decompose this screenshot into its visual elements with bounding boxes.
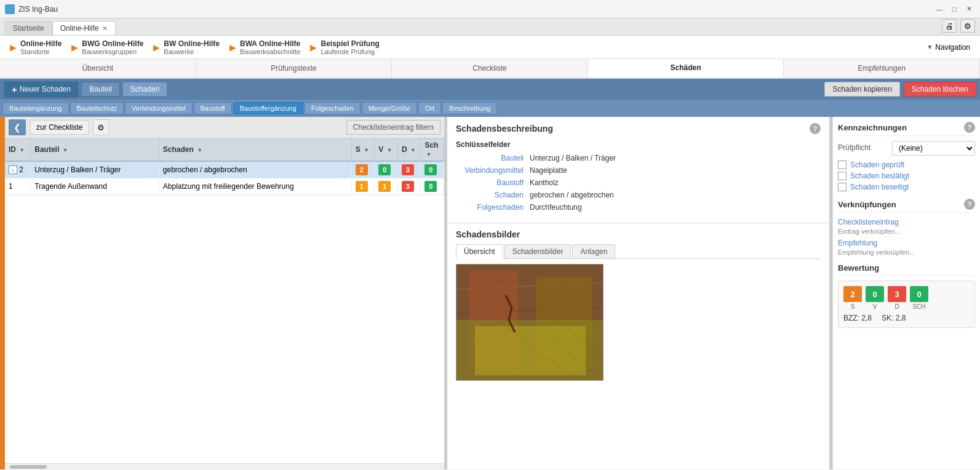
schaden-loschen-button[interactable]: Schaden löschen (904, 82, 976, 97)
bewertung-values-row: 2 S 0 V 3 D 0 SCH (843, 286, 970, 310)
th-s[interactable]: S ▼ (351, 138, 375, 161)
bewertung-sch: 0 SCH (910, 286, 928, 310)
breadcrumb-arrow-5: ▶ (310, 42, 317, 52)
checkbox-beseitigt[interactable] (838, 183, 847, 191)
cell-bauteil: Unterzug / Balken / Träger (31, 161, 159, 178)
horizontal-scrollbar[interactable] (5, 463, 444, 469)
cell-sch: 0 (421, 161, 444, 178)
th-sch[interactable]: Sch ▼ (421, 138, 444, 161)
th-d[interactable]: D ▼ (397, 138, 421, 161)
subtab-bauteilschutz[interactable]: Bauteilschutz (70, 102, 124, 114)
bewertung-v: 0 V (866, 286, 884, 310)
checkbox-bestatigt[interactable] (838, 172, 847, 180)
checkbox-beseitigt-label: Schaden beseitigt (850, 183, 909, 191)
section-tabs: Übersicht Prüfungstexte Checkliste Schäd… (0, 59, 980, 79)
sub-tabs: Bauteilergänzung Bauteilschutz Verbindun… (0, 100, 980, 117)
bewertung-s-badge: 2 (843, 286, 862, 302)
subtab-folgeschaden[interactable]: Folgeschaden (305, 102, 361, 114)
section-tab-checkliste[interactable]: Checkliste (392, 59, 588, 78)
image-tab-ubersicht[interactable]: Übersicht (456, 244, 503, 259)
schadensbeschreibung-section: Schadensbeschreibung ? Schlüsselfelder B… (447, 117, 829, 223)
image-tab-schadensbilder[interactable]: Schadensbilder (504, 244, 572, 258)
schaden-image (456, 264, 604, 381)
cell-id: 1 (5, 178, 31, 195)
bewertung-s: 2 S (843, 286, 862, 310)
th-bauteil[interactable]: Bauteil ▼ (31, 138, 159, 161)
bauteil-button[interactable]: Bauteil (81, 82, 120, 97)
breadcrumb-item-4[interactable]: ▶ BWA Online-Hilfe Bauwerksabschnitte (225, 39, 305, 55)
cell-d: 3 (397, 178, 421, 195)
help-icon[interactable]: ? (810, 123, 821, 134)
tab-online-hilfe[interactable]: Online-Hilfe ✕ (52, 21, 116, 35)
th-v[interactable]: V ▼ (375, 138, 398, 161)
bewertung-d: 3 D (888, 286, 906, 310)
section-tab-schaden[interactable]: Schäden (588, 59, 784, 78)
table-row[interactable]: 1 Tragende Außenwand Abplatzung mit frei… (5, 178, 444, 195)
zur-checkliste-button[interactable]: zur Checkliste (30, 120, 89, 135)
bewertung-d-badge: 3 (888, 286, 906, 302)
schaden-kopieren-button[interactable]: Schaden kopieren (824, 82, 900, 97)
subtab-ort[interactable]: Ort (418, 102, 441, 114)
schaden-button[interactable]: Schaden (122, 82, 167, 97)
subtab-verbindungsmittel[interactable]: Verbindungsmittel (125, 102, 192, 114)
schadensbilder-section: Schadensbilder Übersicht Schadensbilder … (447, 223, 829, 387)
section-tab-prufungstexte[interactable]: Prüfungstexte (196, 59, 392, 78)
kennzeichnungen-section: Kennzeichnungen ? Prüfpflicht (Keine) Sc… (838, 122, 975, 191)
field-bauteil: Bauteil Unterzug / Balken / Träger (456, 154, 821, 162)
th-schaden[interactable]: Schaden ▼ (159, 138, 351, 161)
subtab-beschreibung[interactable]: Beschreibung (442, 102, 497, 114)
expand-icon[interactable]: › (9, 165, 17, 174)
breadcrumb-item-3[interactable]: ▶ BW Online-Hilfe Bauwerke (148, 39, 225, 55)
breadcrumb-item-5[interactable]: ▶ Beispiel Prüfung Laufende Prüfung (305, 39, 384, 55)
cell-expand[interactable]: › 2 (5, 161, 31, 178)
tab-close-icon[interactable]: ✕ (102, 25, 108, 33)
breadcrumb-arrow-1: ▶ (10, 42, 17, 52)
close-button[interactable]: ✕ (963, 3, 975, 15)
breadcrumb: ▶ Online-Hilfe Standorte ▶ BWG Online-Hi… (0, 36, 980, 59)
field-folgeschaden: Folgeschaden Durchfeuchtung (456, 203, 821, 212)
maximize-button[interactable]: □ (948, 3, 960, 15)
gear-settings-button[interactable]: ⚙ (93, 119, 109, 135)
checkbox-gepruft[interactable] (838, 161, 847, 169)
kennzeichnungen-help-icon[interactable]: ? (964, 122, 975, 133)
back-button[interactable]: ❮ (9, 119, 26, 135)
table-row[interactable]: › 2 Unterzug / Balken / Träger gebrochen… (5, 161, 444, 178)
new-schaden-button[interactable]: + Neuer Schaden (4, 81, 79, 98)
orange-indicator-bar (0, 117, 5, 469)
subtab-baustofferganzung[interactable]: Baustoffergänzung (233, 102, 303, 114)
tab-startseite[interactable]: Startseite (5, 21, 52, 35)
verknupfungen-help-icon[interactable]: ? (964, 199, 975, 210)
section-tab-empfehlungen[interactable]: Empfehlungen (784, 59, 980, 78)
print-button[interactable]: 🖨 (942, 19, 957, 33)
schadensbeschreibung-title: Schadensbeschreibung ? (456, 123, 821, 134)
table-wrapper[interactable]: ID ▼ Bauteil ▼ Schaden ▼ S ▼ V ▼ D ▼ Sch… (5, 138, 444, 463)
subtab-menge-grosse[interactable]: Menge/Größe (362, 102, 417, 114)
pruefpflicht-select[interactable]: (Keine) (892, 141, 975, 156)
left-panel-header: ❮ zur Checkliste ⚙ Checklisteneintrag fi… (5, 117, 444, 138)
table-header: ID ▼ Bauteil ▼ Schaden ▼ S ▼ V ▼ D ▼ Sch… (5, 138, 444, 161)
tab-bar: Startseite Online-Hilfe ✕ 🖨 ⚙ (0, 18, 980, 36)
breadcrumb-item-2[interactable]: ▶ BWG Online-Hilfe Bauwerksgruppen (66, 39, 148, 55)
bzz-value: BZZ: 2,8 (843, 314, 872, 322)
cell-schaden: Abplatzung mit freiliegender Bewehrung (159, 178, 351, 195)
image-tab-anlagen[interactable]: Anlagen (572, 244, 615, 258)
subtab-baustoff[interactable]: Baustoff (194, 102, 232, 114)
middle-panel: Schadensbeschreibung ? Schlüsselfelder B… (447, 117, 830, 469)
checkbox-schaden-gepruft: Schaden geprüft (838, 161, 975, 169)
cell-sch: 0 (421, 178, 444, 195)
bewertung-bz-row: BZZ: 2,8 SK: 2,8 (843, 314, 970, 322)
checklisteneintrag-link[interactable]: Checklisteneintrag (838, 218, 975, 226)
schluesselfelder-label: Schlüsselfelder (456, 140, 821, 149)
empfehlung-link[interactable]: Empfehlung (838, 239, 975, 247)
breadcrumb-item-1[interactable]: ▶ Online-Hilfe Standorte (5, 39, 66, 55)
subtab-bauteilerganzung[interactable]: Bauteilergänzung (2, 102, 69, 114)
breadcrumb-arrow-2: ▶ (71, 42, 78, 52)
navigation-dropdown[interactable]: ▼ Navigation (926, 43, 975, 52)
section-tab-ubersicht[interactable]: Übersicht (0, 59, 196, 78)
verknupfungen-section: Verknüpfungen ? Checklisteneintrag Eintr… (838, 199, 975, 256)
empfehlung-sub: Empfehlung verknüpfen... (838, 249, 975, 256)
filter-button[interactable]: Checklisteneintrag filtern (346, 120, 440, 135)
checkbox-schaden-bestatigt: Schaden bestätigt (838, 172, 975, 180)
minimize-button[interactable]: — (933, 3, 946, 15)
settings-button[interactable]: ⚙ (960, 19, 975, 33)
